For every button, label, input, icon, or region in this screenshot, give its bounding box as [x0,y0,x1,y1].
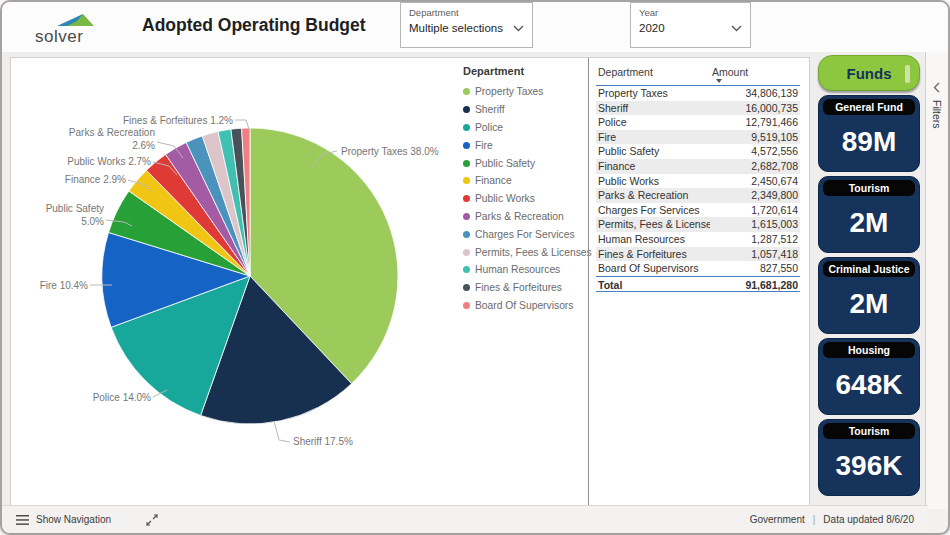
pie-data-label: Fines & Forfeitures 1.2% [123,115,233,126]
legend-color-dot [463,302,470,309]
table-row[interactable]: Human Resources1,287,512 [596,232,800,247]
pie-data-label: Public Works 2.7% [67,156,151,167]
legend-item-property-taxes[interactable]: Property Taxes [463,83,587,101]
callout-line [274,421,290,442]
legend-item-permits-fees-licenses[interactable]: Permits, Fees & Licenses [463,243,587,261]
table-header-row[interactable]: Department Amount [596,64,800,86]
table-row[interactable]: Finance2,682,708 [596,159,800,174]
cell-department: Sheriff [596,101,710,116]
department-dropdown-value: Multiple selections [409,22,503,34]
legend-color-dot [463,284,470,291]
chevron-down-icon [731,25,742,32]
table-row[interactable]: Property Taxes34,806,139 [596,86,800,101]
department-dropdown-label: Department [409,7,524,18]
cell-department: Fire [596,130,710,145]
solver-logo-icon [57,12,95,27]
funds-scroll-indicator[interactable] [905,65,910,83]
legend-label: Parks & Recreation [475,211,564,222]
table-row[interactable]: Public Safety4,572,556 [596,144,800,159]
column-header-amount[interactable]: Amount [710,66,800,84]
table-row[interactable]: Board Of Supervisors827,550 [596,261,800,276]
year-dropdown[interactable]: Year 2020 [630,2,751,48]
legend-item-charges-for-services[interactable]: Charges For Services [463,225,587,243]
legend-item-parks-recreation[interactable]: Parks & Recreation [463,208,587,226]
pie-data-label: Property Taxes 38.0% [341,146,439,157]
filters-tab[interactable]: Filters [931,100,943,129]
table-row[interactable]: Permits, Fees & Licenses1,615,003 [596,217,800,232]
fund-card-housing[interactable]: Housing648K [818,338,920,415]
legend-label: Sheriff [475,104,505,115]
pie-data-label: Fire 10.4% [40,280,88,291]
legend-item-board-of-supervisors[interactable]: Board Of Supervisors [463,297,587,315]
footer-status: Government | Data updated 8/6/20 [750,506,914,533]
column-header-department[interactable]: Department [596,66,710,84]
cell-department: Permits, Fees & Licenses [596,217,710,232]
legend-label: Fines & Forfeitures [475,282,562,293]
year-dropdown-label: Year [639,7,742,18]
legend-color-dot [463,231,470,238]
panel-divider [588,58,589,506]
pie-data-label: Finance 2.9% [65,174,126,185]
legend-item-fire[interactable]: Fire [463,136,587,154]
legend-item-public-safety[interactable]: Public Safety [463,154,587,172]
fund-card-tourism[interactable]: Tourism396K [818,419,920,496]
cell-department: Parks & Recreation [596,188,710,203]
expand-filters-chevron-icon[interactable] [933,82,941,93]
total-label: Total [596,277,710,293]
report-header: solver Adopted Operating Budget Departme… [2,2,948,52]
legend-item-public-works[interactable]: Public Works [463,190,587,208]
legend-item-human-resources[interactable]: Human Resources [463,261,587,279]
legend-color-dot [463,249,470,256]
legend-color-dot [463,106,470,113]
fit-to-screen-icon[interactable] [146,514,158,526]
solver-logo: solver [35,9,107,49]
table-row[interactable]: Fines & Forfeitures1,057,418 [596,247,800,262]
legend-item-fines-forfeitures[interactable]: Fines & Forfeitures [463,279,587,297]
legend-color-dot [463,195,470,202]
fund-card-tourism[interactable]: Tourism2M [818,176,920,253]
table-row[interactable]: Police12,791,466 [596,115,800,130]
legend-label: Finance [475,175,512,186]
table-row[interactable]: Sheriff16,000,735 [596,101,800,116]
show-navigation-button[interactable]: Show Navigation [16,506,158,533]
cell-amount: 1,720,614 [710,203,800,218]
legend-item-sheriff[interactable]: Sheriff [463,101,587,119]
pie-data-label: 5.0% [81,216,104,227]
legend-label: Property Taxes [475,86,544,97]
pie-data-label: Police 14.0% [93,392,151,403]
cell-amount: 12,791,466 [710,115,800,130]
legend-color-dot [463,124,470,131]
pie-data-label: 2.6% [132,140,155,151]
cell-department: Human Resources [596,232,710,247]
legend-label: Fire [475,140,493,151]
cell-amount: 9,519,105 [710,130,800,145]
legend-item-police[interactable]: Police [463,119,587,137]
legend-label: Public Safety [475,158,535,169]
legend-label: Board Of Supervisors [475,300,573,311]
legend-color-dot [463,160,470,167]
legend-color-dot [463,142,470,149]
legend-color-dot [463,266,470,273]
cell-department: Charges For Services [596,203,710,218]
bottom-bar: Show Navigation Government | Data update… [2,505,928,533]
cell-department: Property Taxes [596,86,710,101]
fund-card-criminal-justice[interactable]: Criminal Justice2M [818,257,920,334]
footer-source: Government [750,514,805,525]
table-row[interactable]: Fire9,519,105 [596,130,800,145]
legend-item-finance[interactable]: Finance [463,172,587,190]
pie-legend: Department Property TaxesSheriffPoliceFi… [463,65,587,314]
department-dropdown[interactable]: Department Multiple selections [400,2,533,48]
fund-card-title: Tourism [823,423,915,439]
fund-card-title: Tourism [823,180,915,196]
table-row[interactable]: Parks & Recreation2,349,800 [596,188,800,203]
cell-department: Public Works [596,174,710,189]
table-row[interactable]: Charges For Services1,720,614 [596,203,800,218]
budget-visual-panel: Property Taxes 38.0%Sheriff 17.5%Police … [10,57,810,507]
funds-button[interactable]: Funds [818,55,920,91]
table-row[interactable]: Public Works2,450,674 [596,174,800,189]
cell-amount: 827,550 [710,261,800,276]
pie-data-label: Public Safety [46,203,104,214]
cell-amount: 1,287,512 [710,232,800,247]
filters-pane-collapsed: Filters [925,52,948,509]
fund-card-general-fund[interactable]: General Fund89M [818,95,920,172]
